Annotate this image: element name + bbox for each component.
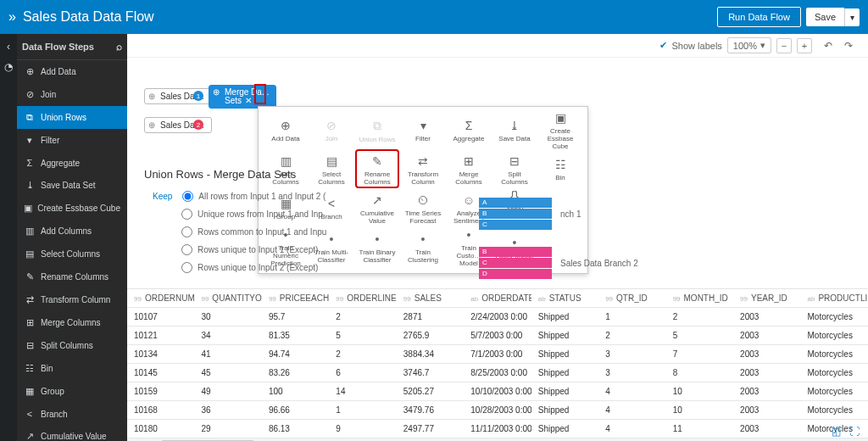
sidebar-title: Data Flow Steps: [22, 42, 94, 52]
expand-icon[interactable]: ⛶: [849, 426, 860, 438]
union-radio[interactable]: [182, 191, 193, 202]
union-option-0[interactable]: KeepAll rows from Input 1 and Input 2 (: [153, 187, 479, 205]
sidebar-item-transform-column[interactable]: ⇄Transform Column: [17, 288, 127, 311]
show-labels-label[interactable]: Show labels: [672, 41, 722, 51]
chart-toggle-icon[interactable]: ◫: [832, 426, 841, 438]
col-priceeach[interactable]: 99PRICEEACH: [262, 289, 329, 308]
sidebar-item-create-essbase-cube[interactable]: ▣Create Essbase Cube: [17, 197, 127, 220]
sidebar-item-filter[interactable]: ▾Filter: [17, 129, 127, 152]
step-label: Bin: [41, 364, 53, 373]
palette-icon: ✎: [372, 154, 382, 168]
palette-icon: Σ: [465, 119, 473, 132]
save-dropdown-button[interactable]: ▾: [844, 8, 860, 26]
nav-chevrons-icon[interactable]: »: [8, 9, 16, 25]
zoom-in-button[interactable]: +: [797, 38, 812, 53]
sidebar-item-join[interactable]: ⊘Join: [17, 83, 127, 106]
table-row[interactable]: 101344194.7423884.347/1/2003 0:00Shipped…: [127, 345, 868, 364]
union-radio[interactable]: [181, 262, 192, 273]
sidebar-item-add-columns[interactable]: ▥Add Columns: [17, 220, 127, 243]
sidebar-item-aggregate[interactable]: ΣAggregate: [17, 152, 127, 174]
union-option-1[interactable]: Unique rows from Input 1 and Inp: [153, 205, 479, 223]
palette-add-data[interactable]: ⊕Add Data: [265, 112, 306, 148]
table-row[interactable]: 101073095.7228712/24/2003 0:00Shipped122…: [127, 308, 868, 327]
cell: 86.13: [262, 420, 329, 438]
page-title: Sales Data Data Flow: [23, 9, 717, 25]
union-radio[interactable]: [181, 244, 192, 255]
sidebar-item-branch[interactable]: <Branch: [17, 403, 127, 425]
redo-button[interactable]: ↷: [844, 40, 853, 52]
chevron-down-icon: ▾: [760, 40, 765, 51]
palette-filter[interactable]: ▾Filter: [403, 112, 443, 148]
palette-icon: ⤓: [509, 119, 520, 132]
save-button[interactable]: Save: [806, 8, 844, 26]
step-label: Add Columns: [41, 226, 92, 236]
sidebar-item-rename-columns[interactable]: ✎Rename Columns: [17, 265, 127, 288]
sidebar-item-union-rows[interactable]: ⧉Union Rows: [17, 106, 127, 129]
search-icon[interactable]: ⌕: [116, 41, 122, 53]
col-ordernumber[interactable]: 99ORDERNUMBER: [127, 289, 194, 308]
undo-button[interactable]: ↶: [824, 40, 832, 52]
palette-create-essbase-cube[interactable]: ▣Create Essbase Cube: [540, 112, 581, 148]
union-options: KeepAll rows from Input 1 and Input 2 (U…: [144, 187, 479, 279]
zoom-select[interactable]: 100% ▾: [727, 37, 771, 53]
rail-db-icon[interactable]: ◔: [4, 61, 13, 73]
palette-aggregate[interactable]: ΣAggregate: [448, 112, 489, 148]
palette-label: Union Rows: [359, 136, 395, 143]
union-option-3[interactable]: Rows unique to Input 1 (Except): [153, 241, 479, 259]
step-icon: ▥: [24, 226, 36, 237]
step-label: Select Columns: [41, 249, 100, 259]
cell: 10134: [127, 345, 194, 364]
flow-canvas[interactable]: Sales Dat... 1 Merge Da...Sets✕ Sales Da…: [127, 58, 868, 288]
union-option-4[interactable]: Rows unique to Input 2 (Except): [153, 259, 479, 276]
sidebar-item-add-data[interactable]: ⊕Add Data: [17, 60, 127, 83]
strip-B: B: [479, 209, 552, 219]
run-data-flow-button[interactable]: Run Data Flow: [717, 7, 801, 27]
cell: 2003: [733, 327, 800, 345]
node-merge-sets[interactable]: Merge Da...Sets✕: [209, 85, 276, 109]
col-orderlinenumber[interactable]: 99ORDERLINENUMBER: [329, 289, 396, 308]
col-productline[interactable]: abPRODUCTLINE: [801, 289, 868, 308]
col-sales[interactable]: 99SALES: [397, 289, 464, 308]
palette-label: Filter: [415, 135, 431, 142]
show-labels-check-icon[interactable]: ✔: [659, 40, 667, 51]
sidebar-item-group[interactable]: ▦Group: [17, 380, 127, 403]
step-label: Transform Column: [41, 295, 110, 304]
union-radio[interactable]: [181, 226, 192, 237]
cell: 10107: [127, 308, 194, 327]
type-icon: 99: [673, 295, 681, 303]
union-option-label: Rows common to Input 1 and Inpu: [198, 227, 326, 237]
col-year_id[interactable]: 99YEAR_ID: [733, 289, 800, 308]
cell: Shipped: [531, 345, 598, 364]
cell: 10: [666, 401, 733, 420]
table-row[interactable]: 1015949100145205.2710/10/2003 0:00Shippe…: [127, 382, 868, 401]
union-option-2[interactable]: Rows common to Input 1 and Inpu: [153, 223, 479, 241]
table-row[interactable]: 101213481.3552765.95/7/2003 0:00Shipped2…: [127, 327, 868, 345]
palette-label: Save Data: [498, 135, 530, 142]
col-qtr_id[interactable]: 99QTR_ID: [598, 289, 665, 308]
table-row[interactable]: 101802986.1392497.7711/11/2003 0:00Shipp…: [127, 420, 868, 438]
sidebar-item-save-data-set[interactable]: ⤓Save Data Set: [17, 174, 127, 197]
table-row[interactable]: 101683696.6613479.7610/28/2003 0:00Shipp…: [127, 401, 868, 420]
sidebar-item-bin[interactable]: ☷Bin: [17, 357, 127, 380]
union-radio[interactable]: [181, 209, 192, 220]
step-label: Union Rows: [41, 113, 86, 122]
sidebar-item-merge-columns[interactable]: ⊞Merge Columns: [17, 311, 127, 334]
cell: Motorcycles: [801, 327, 868, 345]
col-status[interactable]: abSTATUS: [531, 289, 598, 308]
close-icon[interactable]: ✕: [245, 96, 252, 105]
palette-save-data[interactable]: ⤓Save Data: [494, 112, 535, 148]
cell: Shipped: [531, 308, 598, 327]
step-label: Aggregate: [41, 159, 80, 168]
col-orderdate[interactable]: abORDERDATE: [464, 289, 531, 308]
sidebar-item-select-columns[interactable]: ▤Select Columns: [17, 243, 127, 265]
sidebar-item-cumulative-value[interactable]: ↗Cumulative Value: [17, 425, 127, 441]
cell: 11/11/2003 0:00: [464, 420, 531, 438]
cell: 95.7: [262, 308, 329, 327]
col-month_id[interactable]: 99MONTH_ID: [666, 289, 733, 308]
sidebar-item-split-columns[interactable]: ⊟Split Columns: [17, 334, 127, 357]
rail-collapse-icon[interactable]: ‹: [7, 41, 10, 53]
zoom-out-button[interactable]: −: [776, 38, 792, 53]
col-quantityordered[interactable]: 99QUANTITYORDERED: [194, 289, 261, 308]
step-icon: ▣: [24, 203, 32, 214]
table-row[interactable]: 101454583.2663746.78/25/2003 0:00Shipped…: [127, 364, 868, 382]
